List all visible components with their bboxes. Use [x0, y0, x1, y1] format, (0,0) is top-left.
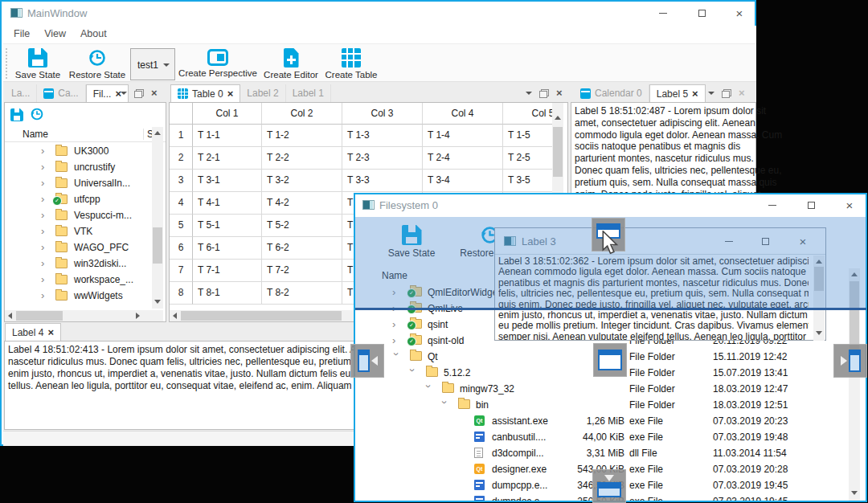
tree-item[interactable]: ›Vespucci-m...: [5, 207, 151, 223]
maximize-button[interactable]: [799, 197, 823, 214]
filesystem-titlebar[interactable]: Filesystem 0 ×: [355, 194, 866, 215]
table-cell[interactable]: T 3-5: [503, 170, 552, 192]
tab-close-icon[interactable]: ×: [227, 90, 234, 98]
table-cell[interactable]: T 1-3: [342, 125, 423, 147]
menu-item-view[interactable]: View: [40, 26, 70, 42]
chevron-down-icon[interactable]: ›: [407, 369, 419, 377]
row-header[interactable]: 8: [170, 282, 193, 305]
tabs-menu-button[interactable]: [526, 92, 532, 95]
table-cell[interactable]: T 4-1: [193, 192, 262, 215]
column-header[interactable]: Col 4: [423, 103, 503, 125]
chevron-right-icon[interactable]: ›: [41, 241, 49, 253]
tree-item[interactable]: ›uncrustify: [5, 159, 151, 175]
column-header[interactable]: Col 3: [342, 103, 423, 125]
chevron-right-icon[interactable]: ›: [41, 273, 49, 285]
filesystem-row[interactable]: ›binFile Folder18.03.2019 12:51: [355, 397, 847, 413]
table-cell[interactable]: T 8-1: [193, 282, 262, 305]
tab-close-icon[interactable]: ×: [692, 90, 698, 98]
chevron-down-icon[interactable]: ›: [439, 401, 451, 409]
column-header[interactable]: Col 2: [262, 103, 342, 125]
maximize-button[interactable]: [690, 5, 714, 22]
table-cell[interactable]: T 4-2: [262, 192, 342, 215]
tree-item[interactable]: ›UK3000: [5, 143, 151, 159]
chevron-right-icon[interactable]: ›: [392, 334, 400, 346]
table-cell[interactable]: T 8-2: [262, 282, 342, 305]
table-cell[interactable]: T 3-4: [423, 170, 503, 192]
float-button[interactable]: [134, 89, 144, 98]
row-header[interactable]: 3: [170, 170, 193, 192]
table-cell[interactable]: T 1-5: [503, 125, 552, 147]
table-row[interactable]: 1T 1-1T 1-2T 1-3T 1-4T 1-5: [170, 125, 552, 147]
tab-label0[interactable]: La...: [5, 84, 37, 102]
tab-close-icon[interactable]: ×: [47, 329, 54, 337]
table-cell[interactable]: T 6-1: [193, 237, 262, 260]
tabs-menu-button[interactable]: [708, 92, 714, 95]
chevron-right-icon[interactable]: ›: [41, 193, 49, 205]
row-header[interactable]: 7: [170, 260, 193, 282]
save-state-button[interactable]: Save State: [11, 47, 64, 80]
table-cell[interactable]: T 3-2: [262, 170, 342, 192]
row-header[interactable]: 2: [170, 147, 193, 170]
menu-item-about[interactable]: About: [76, 26, 111, 42]
chevron-down-icon[interactable]: ›: [423, 385, 435, 393]
tree-item[interactable]: ›win32diski...: [5, 256, 151, 272]
row-header[interactable]: 1: [170, 125, 193, 147]
chevron-right-icon[interactable]: ›: [392, 318, 400, 330]
row-header[interactable]: 4: [170, 192, 193, 215]
table-cell[interactable]: T 5-1: [193, 215, 262, 237]
tabs-menu-button[interactable]: [121, 92, 127, 95]
table-cell[interactable]: T 7-1: [193, 260, 262, 282]
close-button[interactable]: ×: [727, 5, 751, 22]
tree-item[interactable]: ›utfcpp: [5, 191, 151, 207]
table-cell[interactable]: T 1-4: [423, 125, 503, 147]
chevron-right-icon[interactable]: ›: [41, 209, 49, 221]
row-header[interactable]: 5: [170, 215, 193, 237]
table-cell[interactable]: T 2-2: [262, 147, 342, 170]
minimize-button[interactable]: [760, 197, 784, 214]
tab-calendar0[interactable]: Calendar 0: [574, 84, 649, 102]
tree-item[interactable]: ›workspace_...: [5, 272, 151, 288]
minimize-button[interactable]: [651, 5, 675, 22]
tree-item[interactable]: ›UniversalIn...: [5, 175, 151, 191]
create-perspective-button[interactable]: Create Perspective: [178, 47, 257, 78]
chevron-right-icon[interactable]: ›: [41, 145, 49, 157]
perspective-combo[interactable]: test1: [130, 48, 175, 80]
drop-indicator-right[interactable]: [833, 344, 867, 378]
tree-item[interactable]: ›VTK: [5, 223, 151, 239]
row-header[interactable]: 6: [170, 237, 193, 260]
chevron-right-icon[interactable]: ›: [41, 177, 49, 189]
tree-item[interactable]: ›WAGO_PFC: [5, 239, 151, 256]
float-button[interactable]: [539, 89, 549, 98]
tree-item[interactable]: ›wwWidgets: [5, 288, 151, 304]
table-cell[interactable]: T 1-1: [193, 125, 262, 147]
filesystem-row[interactable]: canbusutil....44,00 KiBexe File07.03.201…: [355, 429, 847, 445]
table-row[interactable]: 2T 2-1T 2-2T 2-3T 2-4T 2-5: [170, 147, 552, 170]
table-cell[interactable]: T 1-2: [262, 125, 342, 147]
close-button[interactable]: ×: [837, 197, 862, 214]
table-row[interactable]: 3T 3-1T 3-2T 3-3T 3-4T 3-5: [170, 170, 552, 192]
tab-label4[interactable]: Label 4 ×: [5, 323, 61, 341]
chevron-right-icon[interactable]: ›: [41, 257, 49, 269]
restore-state-button[interactable]: Restore State: [68, 47, 127, 80]
table-cell[interactable]: T 2-3: [342, 147, 423, 170]
scrollbar-thumb[interactable]: [553, 127, 563, 177]
toolbar-drag-handle[interactable]: [6, 48, 7, 79]
vertical-scrollbar[interactable]: [152, 127, 163, 309]
create-table-button[interactable]: Create Table: [323, 47, 379, 80]
restore-icon-small[interactable]: [30, 107, 44, 125]
table-cell[interactable]: T 2-1: [193, 147, 262, 170]
table-cell[interactable]: T 7-2: [262, 260, 342, 282]
main-titlebar[interactable]: MainWindow ×: [2, 2, 755, 24]
horizontal-scrollbar[interactable]: [5, 310, 163, 321]
chevron-right-icon[interactable]: ›: [41, 289, 49, 301]
dock-close-button[interactable]: ×: [739, 89, 745, 97]
float-button[interactable]: [722, 89, 731, 98]
tab-label5[interactable]: Label 5 ×: [649, 84, 706, 102]
name-column-header[interactable]: Name: [23, 129, 48, 140]
menu-item-file[interactable]: File: [10, 26, 34, 42]
drop-indicator-bottom[interactable]: [592, 469, 626, 503]
chevron-right-icon[interactable]: ›: [41, 161, 49, 173]
scrollbar-thumb[interactable]: [181, 311, 342, 321]
column-header[interactable]: Col 1: [193, 103, 262, 125]
filesystem-row[interactable]: d3dcompil...3,31 MiBdll File11.03.2014 1…: [355, 445, 847, 461]
